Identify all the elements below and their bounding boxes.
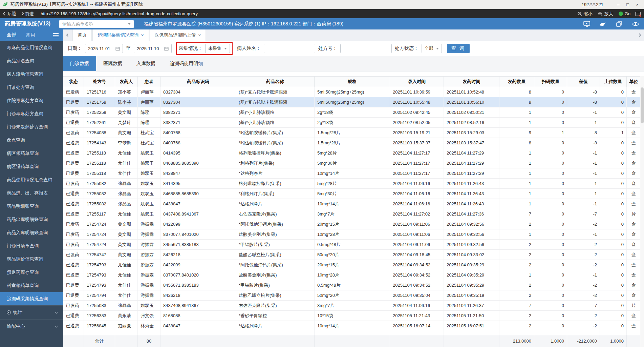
maximize-button[interactable]: □ (623, 1, 632, 8)
table-row[interactable]: 已退费17254143李梦斯杜武宝8400768*吲达帕胺缓释片(集采)1.5m… (63, 138, 641, 148)
column-header[interactable]: 上传数量 (600, 77, 627, 87)
column-header[interactable]: 规格 (315, 77, 390, 87)
table-row[interactable]: 已发药17254724黄文珊游振霖8455671,8385183*甲钴胺片(集采… (63, 240, 641, 250)
rx-status-select[interactable]: 全部 (422, 44, 442, 53)
close-tab-icon[interactable]: × (141, 33, 144, 38)
table-row[interactable]: 已发药17251716郑小英卢丽萍8327304(基)*复方托吡卡胺滴眼液5ml… (63, 87, 641, 97)
close-tab-icon[interactable]: × (198, 33, 201, 38)
table-row[interactable]: 已退费17255082张晶晶姚双玉8468885,8685390*利格列汀片(集… (63, 189, 641, 199)
date-to-input[interactable]: 2025-11-10 (134, 44, 172, 53)
zoom-out-button[interactable]: 缩小 (577, 11, 593, 17)
close-button[interactable]: × (632, 1, 642, 8)
table-row[interactable]: 已退费17255118尤佳佳姚双玉8438847*达格列净片10mg*14片20… (63, 168, 641, 179)
window-tab-label: 首页 (78, 32, 87, 38)
table-row[interactable]: 已发药17254088黄文珊杜武宝8400768*吲达帕胺缓释片(集采)1.5m… (63, 128, 641, 138)
window-tab[interactable]: 首页 (72, 29, 92, 41)
sidebar-item[interactable]: 药品进、出、存报表 (0, 186, 63, 200)
window-tab[interactable]: 医保药品追溯码上传× (150, 29, 206, 41)
sidebar-group-dispatch-center[interactable]: 输配中心 (0, 319, 63, 333)
column-header[interactable]: 扫码数量 (534, 77, 567, 87)
table-row[interactable]: 已发药17254724黄文珊游振霖8370077,8401020盐酸美金刚片(集… (63, 229, 641, 240)
monitor-cast-icon[interactable] (583, 20, 591, 28)
sidebar-item[interactable]: 药品使用情况汇总查询 (0, 173, 63, 186)
column-header[interactable]: 状态 (63, 77, 84, 87)
sidebar-item[interactable]: 药品调价信息查询 (0, 252, 63, 266)
tab-common-menus[interactable]: 常用 (26, 32, 35, 38)
sidebar-item[interactable]: 病区退药单查询 (0, 160, 63, 173)
sidebar-item[interactable]: 毒麻药品使用情况查询 (0, 41, 63, 54)
column-header[interactable]: 发药数量 (499, 77, 534, 87)
sidebar-item[interactable]: 药品入库明细账查询 (0, 226, 63, 239)
table-row[interactable]: 已退费17256845范丽夏林秀金8438847*达格列净片10mg*14片20… (63, 321, 641, 331)
sidebar-item[interactable]: 药品出库明细账查询 (0, 213, 63, 226)
sidebar-item[interactable]: 门诊未发药处方查询 (0, 120, 63, 134)
minimize-button[interactable]: – (614, 1, 623, 8)
table-row[interactable]: 已退费17254793尤佳佳游振霖8370077,8401020盐酸美金刚片(集… (63, 270, 641, 280)
forward-button[interactable]: 前进 (21, 11, 34, 17)
column-header[interactable]: 药品名称 (236, 77, 315, 87)
table-cell: 姚双玉 (138, 179, 160, 189)
sidebar-item[interactable]: 住院毒麻处方查询 (0, 94, 63, 107)
sidebar-item[interactable]: 门诊日清单查询 (0, 239, 63, 252)
column-header[interactable]: 发药人 (115, 77, 138, 87)
data-tab[interactable]: 追溯码使用明细 (163, 56, 210, 71)
back-button[interactable]: 后退 (3, 11, 16, 17)
sidebar-item[interactable]: 盘点查询 (0, 134, 63, 147)
column-header[interactable]: 药品标识码 (160, 77, 236, 87)
table-row[interactable]: 已退费17252261吴梦玲陈璎8382371(基)*小儿肺咳颗粒2g*18袋2… (63, 118, 641, 128)
sidebar-item[interactable]: 病区领药单查询 (0, 147, 63, 160)
sidebar-group-statistics[interactable]: 统计 (0, 305, 63, 319)
table-row[interactable]: 已退费17254793尤佳佳游振霖8455671,8385183*甲钴胺片(集采… (63, 280, 641, 290)
sidebar-item[interactable]: 预退药库存查询 (0, 266, 63, 279)
url-bar[interactable]: http://192.168.199.128/his-yf/app/#/quer… (39, 11, 572, 16)
table-row[interactable]: 已发药17254747黄文珊游振霖8426218盐酸乙哌立松片(集采)50mg*… (63, 250, 641, 260)
sidebar-item[interactable]: 门诊毒麻处方查询 (0, 107, 63, 120)
column-header[interactable]: 发药时间 (444, 77, 499, 87)
sidebar-item[interactable]: 门诊处方查询 (0, 81, 63, 94)
go-button[interactable]: Go (619, 11, 630, 16)
table-row[interactable]: 已退费17256383黄永清张文强8168088*香砂平胃颗粒10*15袋202… (63, 311, 641, 321)
table-row[interactable]: 已退费17254794尤佳佳游振霖8426218盐酸乙哌立松片(集采)50mg*… (63, 290, 641, 301)
query-button[interactable]: 查 询 (447, 44, 470, 53)
table-row[interactable]: 已退费17255117尤佳佳姚双玉8437408,8941367右佐匹克隆片(集… (63, 209, 641, 219)
hamburger-icon[interactable] (53, 35, 59, 36)
table-row[interactable]: 已发药17255082张晶晶姚双玉8414395格列吡嗪控释片(集采)5mg*2… (63, 179, 641, 189)
collect-status-select[interactable]: 未采集 (205, 44, 230, 53)
sidebar-item[interactable]: 科室领药单查询 (0, 279, 63, 292)
screenshot-icon[interactable] (635, 12, 641, 16)
sidebar-item[interactable]: 病人流动信息查询 (0, 67, 63, 81)
scrollbar-thumb[interactable] (641, 87, 644, 123)
column-header[interactable]: 差值 (567, 77, 600, 87)
table-row[interactable]: 已发药17255083张晶晶姚双玉8437408,8941367右佐匹克隆片(集… (63, 301, 641, 311)
table-row[interactable]: 已退费17255118尤佳佳姚双玉8468885,8685390*利格列汀片(集… (63, 158, 641, 168)
bird-icon[interactable] (599, 20, 607, 28)
table-row[interactable]: 已退费17254793尤佳佳游振霖8422099*阿托伐他汀钙片(集采)20mg… (63, 260, 641, 270)
data-tab[interactable]: 门诊数据 (63, 56, 96, 71)
table-row[interactable]: 已发药17252259黄文珊陈璎8382371(基)*小儿肺咳颗粒2g*18袋2… (63, 107, 641, 118)
menu-search-select[interactable]: 请输入菜单名称 (59, 20, 134, 28)
column-header[interactable]: 录入时间 (390, 77, 444, 87)
sidebar-item[interactable]: 药品别名查询 (0, 54, 63, 67)
patient-name-input[interactable] (264, 44, 315, 53)
eye-icon[interactable] (632, 20, 639, 28)
table-row[interactable]: 已发药17254724黄文珊游振霖8422099*阿托伐他汀钙片(集采)20mg… (63, 219, 641, 229)
column-header[interactable]: 患者 (138, 77, 160, 87)
sidebar-item[interactable]: 追溯码采集情况查询 (0, 292, 63, 305)
rx-number-input[interactable] (340, 44, 392, 53)
table-row[interactable]: 已退费17251758陈小芬卢丽萍8327304(基)*复方托吡卡胺滴眼液5ml… (63, 97, 641, 107)
window-stack-icon[interactable] (616, 20, 623, 28)
tabs-scroll-right-button[interactable] (635, 29, 644, 41)
data-tab[interactable]: 入库数据 (129, 56, 163, 71)
table-row[interactable]: 已退费17255082张晶晶姚双玉8438847*达格列净片10mg*14片20… (63, 199, 641, 209)
data-tab[interactable]: 医嘱数据 (96, 56, 129, 71)
vertical-scrollbar[interactable] (640, 76, 644, 347)
sidebar-item[interactable]: 药品明细账查询 (0, 200, 63, 213)
table-row[interactable]: 已退费17255118尤佳佳姚双玉8414395格列吡嗪控释片(集采)5mg*2… (63, 148, 641, 158)
tab-all-menus[interactable]: 全部 (6, 30, 17, 40)
tabs-scroll-left-button[interactable] (63, 29, 72, 41)
column-header[interactable]: 处方号 (84, 77, 115, 87)
window-tab[interactable]: 追溯码采集情况查询× (92, 29, 149, 41)
column-header[interactable]: 单位 (627, 77, 641, 87)
zoom-in-button[interactable]: 放大 (598, 11, 613, 17)
date-from-input[interactable]: 2025-11-01 (85, 44, 123, 53)
